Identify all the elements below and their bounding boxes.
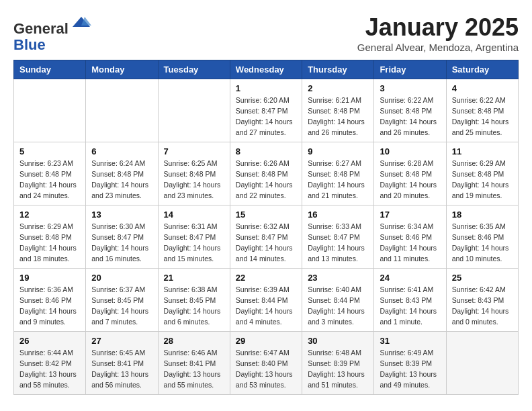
weekday-header: Tuesday [158, 60, 230, 79]
calendar-week-row: 1Sunrise: 6:20 AM Sunset: 8:47 PM Daylig… [14, 79, 519, 142]
location-subtitle: General Alvear, Mendoza, Argentina [357, 42, 519, 53]
day-number: 24 [380, 273, 440, 283]
day-number: 11 [452, 146, 513, 156]
title-section: January 2025 General Alvear, Mendoza, Ar… [357, 13, 519, 53]
day-number: 17 [380, 210, 440, 220]
calendar-cell: 12Sunrise: 6:29 AM Sunset: 8:48 PM Dayli… [14, 205, 86, 269]
day-number: 1 [236, 83, 296, 93]
day-info: Sunrise: 6:35 AM Sunset: 8:46 PM Dayligh… [452, 222, 513, 264]
day-number: 19 [19, 273, 80, 283]
calendar-cell [86, 79, 158, 142]
day-info: Sunrise: 6:23 AM Sunset: 8:48 PM Dayligh… [19, 158, 80, 201]
day-number: 27 [91, 336, 152, 346]
day-info: Sunrise: 6:40 AM Sunset: 8:44 PM Dayligh… [308, 285, 368, 327]
calendar-cell [14, 79, 86, 142]
day-number: 25 [452, 273, 513, 283]
day-number: 8 [236, 146, 296, 156]
day-info: Sunrise: 6:36 AM Sunset: 8:46 PM Dayligh… [19, 285, 80, 327]
day-info: Sunrise: 6:21 AM Sunset: 8:48 PM Dayligh… [308, 95, 368, 138]
calendar-cell: 2Sunrise: 6:21 AM Sunset: 8:48 PM Daylig… [302, 79, 374, 142]
calendar-week-row: 26Sunrise: 6:44 AM Sunset: 8:42 PM Dayli… [14, 332, 519, 395]
day-info: Sunrise: 6:41 AM Sunset: 8:43 PM Dayligh… [380, 285, 440, 327]
day-number: 13 [91, 210, 152, 220]
calendar-cell: 17Sunrise: 6:34 AM Sunset: 8:46 PM Dayli… [374, 205, 446, 269]
calendar-cell: 6Sunrise: 6:24 AM Sunset: 8:48 PM Daylig… [86, 142, 158, 205]
weekday-header: Monday [86, 60, 158, 79]
calendar-cell: 15Sunrise: 6:32 AM Sunset: 8:47 PM Dayli… [230, 205, 302, 269]
day-info: Sunrise: 6:45 AM Sunset: 8:41 PM Dayligh… [91, 348, 152, 390]
day-number: 26 [19, 336, 80, 346]
calendar-cell [158, 79, 230, 142]
day-info: Sunrise: 6:22 AM Sunset: 8:48 PM Dayligh… [452, 95, 513, 138]
calendar-week-row: 19Sunrise: 6:36 AM Sunset: 8:46 PM Dayli… [14, 269, 519, 332]
day-number: 23 [308, 273, 368, 283]
calendar-cell: 18Sunrise: 6:35 AM Sunset: 8:46 PM Dayli… [446, 205, 518, 269]
day-number: 2 [308, 83, 368, 93]
day-info: Sunrise: 6:44 AM Sunset: 8:42 PM Dayligh… [19, 348, 80, 390]
calendar-cell: 30Sunrise: 6:48 AM Sunset: 8:39 PM Dayli… [302, 332, 374, 395]
weekday-header: Saturday [446, 60, 518, 79]
day-number: 20 [91, 273, 152, 283]
calendar-week-row: 5Sunrise: 6:23 AM Sunset: 8:48 PM Daylig… [14, 142, 519, 205]
day-info: Sunrise: 6:22 AM Sunset: 8:48 PM Dayligh… [380, 95, 440, 138]
calendar-cell: 13Sunrise: 6:30 AM Sunset: 8:47 PM Dayli… [86, 205, 158, 269]
calendar-cell: 27Sunrise: 6:45 AM Sunset: 8:41 PM Dayli… [86, 332, 158, 395]
day-number: 9 [308, 146, 368, 156]
calendar-cell: 20Sunrise: 6:37 AM Sunset: 8:45 PM Dayli… [86, 269, 158, 332]
day-number: 14 [164, 210, 224, 220]
weekday-header: Sunday [14, 60, 86, 79]
logo-general: General [13, 20, 69, 37]
day-info: Sunrise: 6:47 AM Sunset: 8:40 PM Dayligh… [236, 348, 296, 390]
day-number: 16 [308, 210, 368, 220]
day-info: Sunrise: 6:25 AM Sunset: 8:48 PM Dayligh… [164, 158, 224, 201]
day-number: 5 [19, 146, 80, 156]
day-number: 15 [236, 210, 296, 220]
calendar-cell: 23Sunrise: 6:40 AM Sunset: 8:44 PM Dayli… [302, 269, 374, 332]
calendar-table: SundayMondayTuesdayWednesdayThursdayFrid… [13, 60, 519, 395]
calendar-cell: 25Sunrise: 6:42 AM Sunset: 8:43 PM Dayli… [446, 269, 518, 332]
calendar-cell: 31Sunrise: 6:49 AM Sunset: 8:39 PM Dayli… [374, 332, 446, 395]
calendar-cell: 5Sunrise: 6:23 AM Sunset: 8:48 PM Daylig… [14, 142, 86, 205]
day-number: 12 [19, 210, 80, 220]
day-number: 22 [236, 273, 296, 283]
weekday-header-row: SundayMondayTuesdayWednesdayThursdayFrid… [14, 60, 519, 79]
day-info: Sunrise: 6:42 AM Sunset: 8:43 PM Dayligh… [452, 285, 513, 327]
logo-blue: Blue [13, 36, 46, 53]
day-number: 21 [164, 273, 224, 283]
calendar-week-row: 12Sunrise: 6:29 AM Sunset: 8:48 PM Dayli… [14, 205, 519, 269]
day-info: Sunrise: 6:48 AM Sunset: 8:39 PM Dayligh… [308, 348, 368, 390]
day-info: Sunrise: 6:32 AM Sunset: 8:47 PM Dayligh… [236, 222, 296, 264]
day-info: Sunrise: 6:29 AM Sunset: 8:48 PM Dayligh… [452, 158, 513, 201]
day-info: Sunrise: 6:39 AM Sunset: 8:44 PM Dayligh… [236, 285, 296, 327]
day-info: Sunrise: 6:28 AM Sunset: 8:48 PM Dayligh… [380, 158, 440, 201]
logo-icon [71, 13, 91, 34]
day-number: 29 [236, 336, 296, 346]
calendar-cell: 26Sunrise: 6:44 AM Sunset: 8:42 PM Dayli… [14, 332, 86, 395]
calendar-cell [446, 332, 518, 395]
weekday-header: Thursday [302, 60, 374, 79]
day-info: Sunrise: 6:31 AM Sunset: 8:47 PM Dayligh… [164, 222, 224, 264]
calendar-cell: 22Sunrise: 6:39 AM Sunset: 8:44 PM Dayli… [230, 269, 302, 332]
day-info: Sunrise: 6:34 AM Sunset: 8:46 PM Dayligh… [380, 222, 440, 264]
day-number: 30 [308, 336, 368, 346]
calendar-cell: 9Sunrise: 6:27 AM Sunset: 8:48 PM Daylig… [302, 142, 374, 205]
day-info: Sunrise: 6:24 AM Sunset: 8:48 PM Dayligh… [91, 158, 152, 201]
calendar-cell: 16Sunrise: 6:33 AM Sunset: 8:47 PM Dayli… [302, 205, 374, 269]
calendar-cell: 1Sunrise: 6:20 AM Sunset: 8:47 PM Daylig… [230, 79, 302, 142]
page-header: General Blue January 2025 General Alvear… [13, 13, 519, 53]
calendar-cell: 8Sunrise: 6:26 AM Sunset: 8:48 PM Daylig… [230, 142, 302, 205]
day-number: 3 [380, 83, 440, 93]
weekday-header: Wednesday [230, 60, 302, 79]
calendar-cell: 28Sunrise: 6:46 AM Sunset: 8:41 PM Dayli… [158, 332, 230, 395]
day-info: Sunrise: 6:49 AM Sunset: 8:39 PM Dayligh… [380, 348, 440, 390]
calendar-cell: 4Sunrise: 6:22 AM Sunset: 8:48 PM Daylig… [446, 79, 518, 142]
day-number: 18 [452, 210, 513, 220]
day-info: Sunrise: 6:46 AM Sunset: 8:41 PM Dayligh… [164, 348, 224, 390]
day-number: 10 [380, 146, 440, 156]
calendar-cell: 14Sunrise: 6:31 AM Sunset: 8:47 PM Dayli… [158, 205, 230, 269]
day-info: Sunrise: 6:30 AM Sunset: 8:47 PM Dayligh… [91, 222, 152, 264]
calendar-cell: 21Sunrise: 6:38 AM Sunset: 8:45 PM Dayli… [158, 269, 230, 332]
calendar-cell: 10Sunrise: 6:28 AM Sunset: 8:48 PM Dayli… [374, 142, 446, 205]
day-number: 7 [164, 146, 224, 156]
month-title: January 2025 [357, 13, 519, 42]
